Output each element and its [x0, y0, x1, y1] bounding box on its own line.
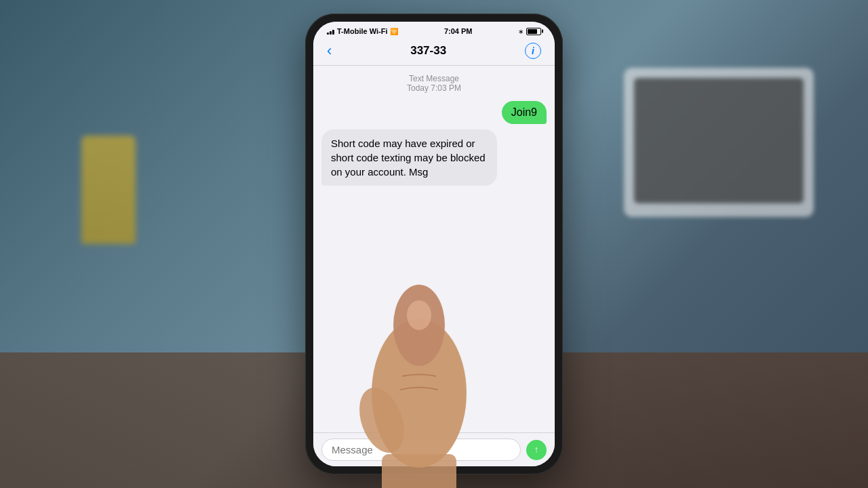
- phone-frame: T-Mobile Wi-Fi 🛜 7:04 PM ∗ ‹: [305, 14, 563, 474]
- status-bar: T-Mobile Wi-Fi 🛜 7:04 PM ∗: [313, 22, 555, 38]
- info-button[interactable]: i: [525, 43, 541, 59]
- messages-area: Text Message Today 7:03 PM Join9 Short c…: [313, 66, 555, 432]
- signal-bar-2: [330, 31, 332, 35]
- bg-monitor-screen: [634, 78, 804, 203]
- send-button[interactable]: ↑: [526, 440, 547, 460]
- input-bar: ↑: [313, 432, 555, 466]
- send-arrow-icon: ↑: [534, 445, 539, 454]
- message-time-label: Today 7:03 PM: [321, 83, 547, 93]
- battery-level: [528, 29, 537, 34]
- status-left: T-Mobile Wi-Fi 🛜: [327, 27, 398, 35]
- scene: T-Mobile Wi-Fi 🛜 7:04 PM ∗ ‹: [0, 0, 868, 488]
- signal-bar-3: [332, 30, 334, 35]
- status-time: 7:04 PM: [444, 27, 473, 35]
- sent-bubble-text-1: Join9: [511, 106, 537, 118]
- sent-bubble-1: Join9: [502, 101, 547, 124]
- message-type-label: Text Message: [321, 74, 547, 83]
- status-right: ∗: [518, 28, 541, 35]
- back-chevron-icon: ‹: [327, 42, 332, 60]
- back-button[interactable]: ‹: [327, 42, 332, 60]
- message-date-label: Text Message Today 7:03 PM: [321, 74, 547, 93]
- battery: [526, 28, 541, 35]
- phone-screen: T-Mobile Wi-Fi 🛜 7:04 PM ∗ ‹: [313, 22, 555, 466]
- info-icon: i: [532, 45, 534, 56]
- messages-list: Join9 Short code may have expired or sho…: [321, 101, 547, 186]
- bg-pencil-holder: [81, 136, 136, 244]
- message-input[interactable]: [321, 439, 521, 461]
- received-bubble-text-1: Short code may have expired or short cod…: [331, 138, 486, 178]
- signal-bars: [327, 28, 334, 35]
- bluetooth-icon: ∗: [518, 28, 524, 35]
- wifi-icon: 🛜: [390, 28, 398, 35]
- received-bubble-1: Short code may have expired or short cod…: [321, 129, 497, 186]
- carrier-label: T-Mobile Wi-Fi: [337, 27, 387, 35]
- nav-bar: ‹ 337-33 i: [313, 38, 555, 66]
- phone-wrapper: T-Mobile Wi-Fi 🛜 7:04 PM ∗ ‹: [305, 14, 563, 474]
- signal-bar-1: [327, 33, 329, 35]
- nav-title: 337-33: [410, 44, 446, 58]
